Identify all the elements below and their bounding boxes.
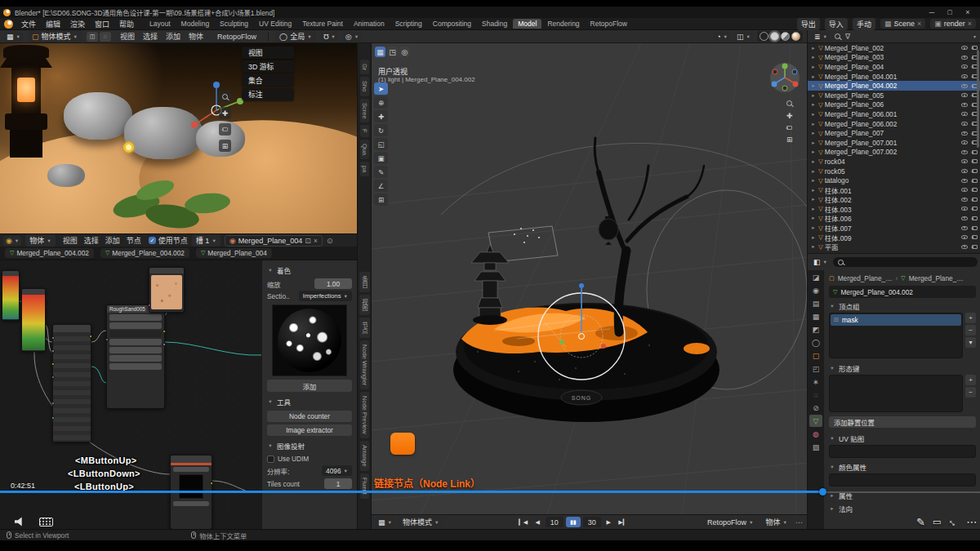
- hide-render-icon[interactable]: [972, 235, 978, 239]
- outliner-row[interactable]: ▸▽ Merged_Plane_006.002: [808, 119, 980, 129]
- properties-editor-icon[interactable]: ◧▼: [811, 257, 830, 267]
- hide-render-icon[interactable]: [972, 245, 978, 249]
- properties-search-input[interactable]: [833, 257, 978, 267]
- side-tab[interactable]: F: [360, 125, 369, 137]
- hide-viewport-icon[interactable]: [961, 56, 968, 60]
- crumb-data[interactable]: Merged_Plane_…: [909, 274, 964, 282]
- plugin-button[interactable]: 导出: [797, 18, 820, 30]
- viewport-tool-button[interactable]: ✎: [374, 166, 388, 178]
- hide-viewport-icon[interactable]: [961, 198, 968, 202]
- frame-start-field[interactable]: 10: [546, 517, 564, 527]
- view-layer-unlink-icon[interactable]: ×: [968, 20, 972, 28]
- editor-type-selector[interactable]: ▦▼: [4, 32, 23, 42]
- side-tab[interactable]: Sho: [360, 77, 369, 96]
- blender-menu-icon[interactable]: [4, 20, 13, 29]
- bottom-mode-selector[interactable]: 物体模式▼: [399, 516, 443, 528]
- category-dropdown[interactable]: Imperfections▼: [299, 291, 352, 301]
- workspace-tab[interactable]: Animation: [349, 19, 390, 29]
- outliner-row[interactable]: ▸▽ Merged_Plane_004: [808, 62, 980, 72]
- properties-tab-icon[interactable]: ◩: [809, 323, 822, 335]
- use-nodes-checkbox[interactable]: ✓ 使用节点: [149, 235, 188, 246]
- shader-editor-type-icon[interactable]: ◉▼: [3, 236, 21, 246]
- scene-unlink-icon[interactable]: ×: [917, 20, 921, 28]
- tool-button[interactable]: Node counter: [267, 411, 352, 422]
- zoom-icon[interactable]: [786, 100, 792, 106]
- shading-solid-icon[interactable]: [770, 32, 779, 41]
- scene-selector[interactable]: ▦Scene×: [880, 19, 925, 29]
- hide-viewport-icon[interactable]: [961, 140, 968, 144]
- viewport-tool-button[interactable]: ∠: [374, 180, 388, 192]
- hide-render-icon[interactable]: [972, 150, 978, 154]
- menu-item[interactable]: 帮助: [114, 19, 139, 29]
- plugin-button[interactable]: 导入: [825, 18, 848, 30]
- outliner-search-icon[interactable]: [835, 33, 840, 39]
- hide-viewport-icon[interactable]: [961, 235, 968, 239]
- orange-color-swatch[interactable]: [390, 433, 415, 455]
- move-gizmo[interactable]: [184, 78, 249, 143]
- side-tab[interactable]: Scree: [360, 99, 369, 123]
- jump-end-icon[interactable]: ▶▎: [617, 517, 630, 527]
- shape-keys-list[interactable]: [829, 375, 963, 412]
- hide-render-icon[interactable]: [972, 188, 978, 192]
- vertex-group-row[interactable]: ⊟mask: [831, 314, 961, 326]
- pause-button[interactable]: ▮▮: [566, 517, 581, 527]
- outliner-row[interactable]: ▸▽ Merged_Plane_002: [808, 43, 980, 53]
- overlays-dropdown[interactable]: ◫▼: [734, 32, 753, 42]
- properties-tab-icon[interactable]: ◯: [809, 336, 822, 349]
- workspace-tab[interactable]: Modeling: [176, 19, 215, 29]
- main-3d-viewport[interactable]: SONG ▦ ◳ ◎ 用户透视 (1) light | Merged_Plane…: [372, 43, 807, 514]
- hide-viewport-icon[interactable]: [961, 103, 968, 107]
- hide-render-icon[interactable]: [972, 159, 978, 163]
- imperfection-preview[interactable]: [272, 304, 347, 376]
- add-vertex-group-button[interactable]: +: [965, 313, 976, 323]
- properties-tab-icon[interactable]: ▤: [809, 297, 822, 309]
- properties-tab-icon[interactable]: ∗: [809, 375, 822, 388]
- outliner-scrollbar[interactable]: [977, 50, 979, 148]
- annotate-pencil-icon[interactable]: ✎: [916, 516, 925, 528]
- mode-toggle2-icon[interactable]: ◌: [100, 32, 111, 42]
- viewport-tool-button[interactable]: ✚: [374, 110, 388, 122]
- hide-render-icon[interactable]: [972, 207, 978, 211]
- outliner-collapse-icon[interactable]: ▾: [973, 33, 976, 39]
- crumb-object[interactable]: Merged_Plane_…: [838, 274, 893, 282]
- mode-toggle-icon[interactable]: ◫: [87, 32, 98, 42]
- properties-tab-icon[interactable]: ▽: [809, 415, 822, 427]
- jump-start-icon[interactable]: ▎◀: [517, 517, 530, 527]
- shader-type-selector[interactable]: 物体▼: [25, 234, 55, 247]
- pan-icon[interactable]: ✚: [219, 107, 231, 119]
- workspace-tab[interactable]: Layout: [145, 19, 176, 29]
- shader-menu-item[interactable]: 节点: [123, 235, 145, 246]
- shader-breadcrumb[interactable]: ▽Merged_Plane_004.002: [5, 248, 94, 258]
- pin-icon[interactable]: ⊙: [327, 237, 333, 245]
- toggle-icon[interactable]: ◎: [399, 47, 410, 57]
- vertex-groups-list[interactable]: ⊟mask: [829, 313, 963, 358]
- hide-render-icon[interactable]: [972, 226, 978, 230]
- outliner-row[interactable]: ▸▽ 柱体.001: [808, 185, 980, 195]
- toggle-icon[interactable]: ▦: [375, 47, 385, 57]
- ortho-toggle-icon[interactable]: ⊞: [786, 136, 793, 144]
- light-object-widget[interactable]: [123, 142, 134, 153]
- hide-viewport-icon[interactable]: [961, 150, 968, 154]
- notes-card-icon[interactable]: ▭: [933, 517, 941, 527]
- subtitle-keyboard-icon[interactable]: [39, 518, 53, 527]
- outliner-row[interactable]: ▸▽ Merged_Plane_004.002: [808, 81, 980, 91]
- menu-item[interactable]: 文件: [16, 19, 41, 29]
- outliner-editor-icon[interactable]: ≣▼: [812, 32, 830, 42]
- outliner-row[interactable]: ▸▽ 柱体.007: [808, 223, 980, 233]
- bottom-more-icon[interactable]: ⋯: [795, 518, 803, 527]
- side-tab[interactable]: 视图: [359, 295, 370, 315]
- hide-viewport-icon[interactable]: [961, 112, 968, 116]
- bottom-object-menu[interactable]: 物体▼: [762, 516, 791, 528]
- shader-menu-item[interactable]: 添加: [102, 235, 123, 246]
- viewport-tool-button[interactable]: ↻: [374, 124, 388, 136]
- menu-item[interactable]: 编辑: [41, 19, 65, 29]
- bottom-retopoflow-menu[interactable]: RetopoFlow▼: [703, 518, 757, 527]
- workspace-tab[interactable]: Shading: [477, 19, 512, 29]
- uv-maps-list[interactable]: [829, 445, 976, 458]
- material-unlink-icon[interactable]: ×: [314, 237, 318, 245]
- side-tab[interactable]: 条目: [359, 272, 370, 292]
- retopoflow-menu[interactable]: RetopoFlow: [212, 33, 261, 41]
- properties-tab-icon[interactable]: ▢: [809, 349, 822, 362]
- hide-viewport-icon[interactable]: [961, 169, 968, 173]
- colorramp-node-large[interactable]: [21, 288, 46, 352]
